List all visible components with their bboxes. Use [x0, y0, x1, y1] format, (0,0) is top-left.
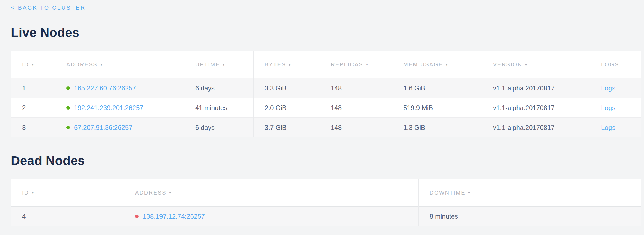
- live-nodes-title: Live Nodes: [11, 25, 641, 40]
- live-status-dot-icon: [66, 106, 70, 110]
- live-node-row: 2 192.241.239.201:26257 41 minutes 2.0 G…: [11, 98, 641, 118]
- bytes-cell: 2.0 GiB: [254, 98, 320, 118]
- mem-usage-cell: 519.9 MiB: [392, 98, 482, 118]
- dead-nodes-title: Dead Nodes: [11, 153, 641, 168]
- col-header-logs: LOGS: [590, 51, 641, 78]
- dead-node-row: 4 138.197.12.74:26257 8 minutes: [11, 207, 641, 226]
- address-link[interactable]: 165.227.60.76:26257: [74, 84, 136, 92]
- sort-arrow-icon: ▾: [32, 190, 34, 195]
- replicas-cell: 148: [320, 98, 392, 118]
- sort-arrow-icon: ▾: [525, 62, 528, 67]
- col-header-uptime[interactable]: UPTIME▾: [184, 51, 254, 78]
- col-header-logs-label: LOGS: [601, 61, 619, 67]
- uptime-cell: 41 minutes: [184, 98, 254, 118]
- id-cell: 4: [11, 207, 124, 226]
- live-nodes-table: ID▾ ADDRESS▾ UPTIME▾ BYTES▾ REPLICAS▾ ME…: [11, 51, 641, 137]
- col-header-bytes[interactable]: BYTES▾: [254, 51, 320, 78]
- col-header-replicas-label: REPLICAS: [331, 61, 363, 67]
- address-link[interactable]: 138.197.12.74:26257: [143, 213, 205, 220]
- col-header-version-label: VERSION: [493, 61, 522, 67]
- version-cell: v1.1-alpha.20170817: [482, 98, 590, 118]
- col-header-id[interactable]: ID▾: [11, 51, 55, 78]
- sort-arrow-icon: ▾: [289, 62, 291, 67]
- live-nodes-header-row: ID▾ ADDRESS▾ UPTIME▾ BYTES▾ REPLICAS▾ ME…: [11, 51, 641, 78]
- back-chevron-icon: <: [11, 4, 15, 11]
- live-status-dot-icon: [66, 86, 70, 90]
- nodes-page: <BACK TO CLUSTER Live Nodes ID▾ ADDRESS▾…: [0, 0, 644, 226]
- id-cell: 3: [11, 118, 55, 137]
- id-cell: 2: [11, 98, 55, 118]
- mem-usage-cell: 1.6 GiB: [392, 78, 482, 98]
- back-link-label: BACK TO CLUSTER: [18, 4, 86, 11]
- logs-cell: Logs: [590, 98, 641, 118]
- col-header-bytes-label: BYTES: [265, 61, 286, 67]
- address-cell: 192.241.239.201:26257: [55, 98, 184, 118]
- col-header-id[interactable]: ID▾: [11, 179, 124, 207]
- version-cell: v1.1-alpha.20170817: [482, 78, 590, 98]
- col-header-address-label: ADDRESS: [135, 190, 166, 196]
- col-header-mem-usage[interactable]: MEM USAGE▾: [392, 51, 482, 78]
- replicas-cell: 148: [320, 78, 392, 98]
- dead-status-dot-icon: [135, 215, 139, 218]
- logs-link[interactable]: Logs: [601, 84, 615, 92]
- bytes-cell: 3.7 GiB: [254, 118, 320, 137]
- address-cell: 165.227.60.76:26257: [55, 78, 184, 98]
- live-status-dot-icon: [66, 126, 70, 129]
- col-header-version[interactable]: VERSION▾: [482, 51, 590, 78]
- col-header-downtime-label: DOWNTIME: [430, 190, 465, 196]
- col-header-replicas[interactable]: REPLICAS▾: [320, 51, 392, 78]
- col-header-address[interactable]: ADDRESS▾: [124, 179, 419, 207]
- logs-link[interactable]: Logs: [601, 124, 615, 131]
- address-link[interactable]: 192.241.239.201:26257: [74, 104, 143, 111]
- logs-cell: Logs: [590, 118, 641, 137]
- replicas-cell: 148: [320, 118, 392, 137]
- live-node-row: 1 165.227.60.76:26257 6 days 3.3 GiB 148…: [11, 78, 641, 98]
- id-cell: 1: [11, 78, 55, 98]
- address-link[interactable]: 67.207.91.36:26257: [74, 124, 132, 131]
- sort-arrow-icon: ▾: [100, 62, 103, 67]
- sort-arrow-icon: ▾: [169, 190, 172, 195]
- col-header-mem-usage-label: MEM USAGE: [403, 61, 443, 67]
- uptime-cell: 6 days: [184, 118, 254, 137]
- sort-arrow-icon: ▾: [468, 190, 471, 195]
- uptime-cell: 6 days: [184, 78, 254, 98]
- mem-usage-cell: 1.3 GiB: [392, 118, 482, 137]
- sort-arrow-icon: ▾: [32, 62, 34, 67]
- dead-nodes-table: ID▾ ADDRESS▾ DOWNTIME▾ 4 138.197.12.74:2…: [11, 179, 641, 226]
- col-header-address-label: ADDRESS: [66, 61, 98, 67]
- address-cell: 138.197.12.74:26257: [124, 207, 419, 226]
- col-header-id-label: ID: [22, 61, 29, 67]
- col-header-address[interactable]: ADDRESS▾: [55, 51, 184, 78]
- logs-link[interactable]: Logs: [601, 104, 615, 111]
- back-to-cluster-link[interactable]: <BACK TO CLUSTER: [11, 4, 86, 11]
- bytes-cell: 3.3 GiB: [254, 78, 320, 98]
- version-cell: v1.1-alpha.20170817: [482, 118, 590, 137]
- col-header-downtime[interactable]: DOWNTIME▾: [419, 179, 641, 207]
- col-header-id-label: ID: [22, 190, 29, 196]
- sort-arrow-icon: ▾: [446, 62, 448, 67]
- sort-arrow-icon: ▾: [366, 62, 369, 67]
- col-header-uptime-label: UPTIME: [195, 61, 220, 67]
- sort-arrow-icon: ▾: [223, 62, 226, 67]
- downtime-cell: 8 minutes: [419, 207, 641, 226]
- address-cell: 67.207.91.36:26257: [55, 118, 184, 137]
- logs-cell: Logs: [590, 78, 641, 98]
- live-node-row: 3 67.207.91.36:26257 6 days 3.7 GiB 148 …: [11, 118, 641, 137]
- dead-nodes-header-row: ID▾ ADDRESS▾ DOWNTIME▾: [11, 179, 641, 207]
